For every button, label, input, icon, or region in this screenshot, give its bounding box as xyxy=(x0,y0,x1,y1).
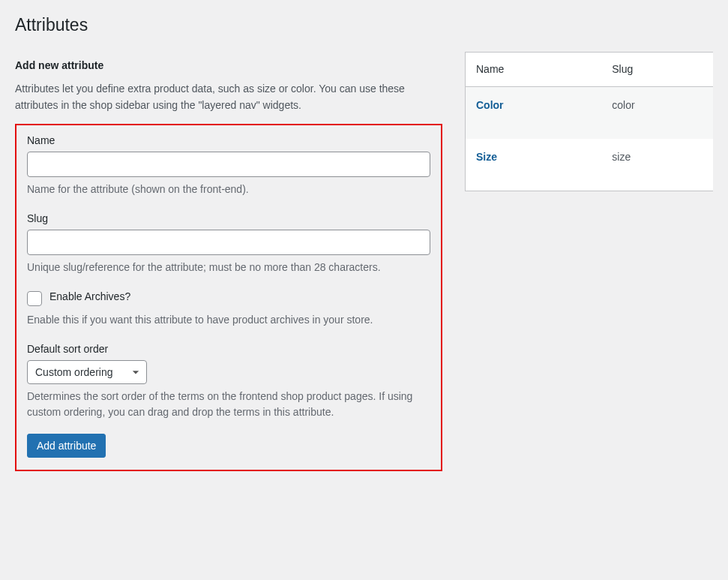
col-header-slug: Slug xyxy=(601,52,713,86)
sort-order-select[interactable]: Custom ordering xyxy=(27,360,147,384)
attribute-name-link[interactable]: Size xyxy=(476,151,497,163)
slug-label: Slug xyxy=(27,211,430,227)
slug-field: Slug Unique slug/reference for the attri… xyxy=(27,211,430,275)
sort-order-field: Default sort order Custom ordering Deter… xyxy=(27,341,430,420)
attribute-name-link[interactable]: Color xyxy=(476,99,504,111)
attributes-page: Attributes Add new attribute Attributes … xyxy=(0,0,728,471)
slug-description: Unique slug/reference for the attribute;… xyxy=(27,260,430,275)
name-label: Name xyxy=(27,133,430,149)
enable-archives-checkbox[interactable] xyxy=(27,291,42,306)
columns: Add new attribute Attributes let you def… xyxy=(15,52,713,471)
attribute-slug: size xyxy=(601,139,713,191)
add-attribute-intro: Attributes let you define extra product … xyxy=(15,81,442,113)
slug-input[interactable] xyxy=(27,230,430,255)
attribute-slug: color xyxy=(601,86,713,139)
table-header-row: Name Slug xyxy=(466,52,714,86)
name-field: Name Name for the attribute (shown on th… xyxy=(27,133,430,197)
attributes-table-column: Name Slug Color color Size size xyxy=(465,52,713,191)
archives-description: Enable this if you want this attribute t… xyxy=(27,312,430,328)
add-attribute-column: Add new attribute Attributes let you def… xyxy=(15,52,442,471)
archives-field: Enable Archives? Enable this if you want… xyxy=(27,289,430,328)
name-description: Name for the attribute (shown on the fro… xyxy=(27,182,430,197)
add-attribute-form: Name Name for the attribute (shown on th… xyxy=(15,124,442,471)
add-attribute-heading: Add new attribute xyxy=(15,58,442,74)
col-header-name: Name xyxy=(466,52,602,86)
attributes-table: Name Slug Color color Size size xyxy=(465,52,713,191)
enable-archives-label[interactable]: Enable Archives? xyxy=(49,289,130,305)
table-row: Size size xyxy=(466,139,714,191)
page-title: Attributes xyxy=(15,8,713,52)
add-attribute-button[interactable]: Add attribute xyxy=(27,434,106,458)
sort-order-label: Default sort order xyxy=(27,341,430,357)
sort-order-description: Determines the sort order of the terms o… xyxy=(27,389,430,420)
name-input[interactable] xyxy=(27,152,430,177)
table-row: Color color xyxy=(466,86,714,139)
